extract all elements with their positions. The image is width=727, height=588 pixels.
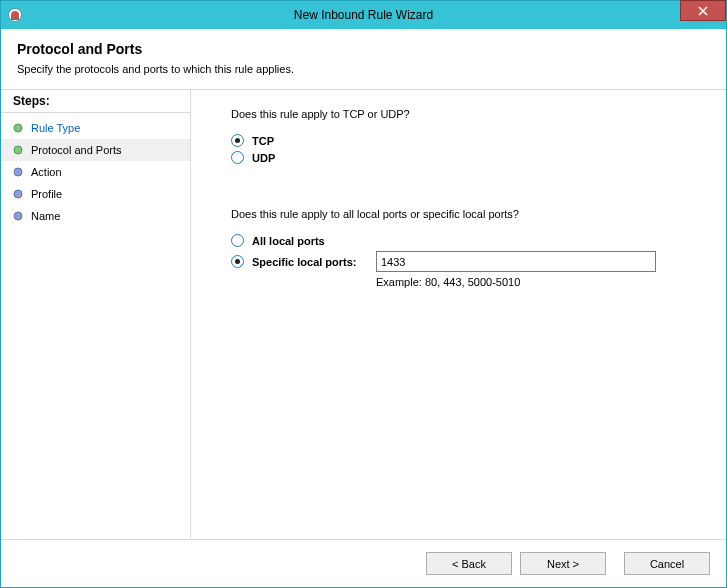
window-title: New Inbound Rule Wizard (1, 8, 726, 22)
page-heading: Protocol and Ports (17, 41, 710, 57)
step-done-icon (13, 123, 23, 133)
next-button[interactable]: Next > (520, 552, 606, 575)
svg-point-5 (14, 146, 22, 154)
wizard-content: Does this rule apply to TCP or UDP? TCP … (191, 90, 726, 539)
wizard-window: New Inbound Rule Wizard Protocol and Por… (0, 0, 727, 588)
title-bar: New Inbound Rule Wizard (1, 1, 726, 29)
step-pending-icon (13, 211, 23, 221)
firewall-icon (7, 7, 23, 23)
back-button[interactable]: < Back (426, 552, 512, 575)
steps-label: Steps: (1, 90, 190, 113)
close-button[interactable] (680, 0, 726, 21)
svg-point-7 (14, 190, 22, 198)
radio-tcp[interactable] (231, 134, 244, 147)
step-current-icon (13, 145, 23, 155)
svg-rect-1 (11, 18, 19, 20)
ports-example: Example: 80, 443, 5000-5010 (376, 276, 686, 288)
ports-question: Does this rule apply to all local ports … (231, 208, 686, 220)
step-label: Name (31, 210, 60, 222)
step-action[interactable]: Action (1, 161, 190, 183)
radio-all-ports[interactable] (231, 234, 244, 247)
wizard-body: Steps: Rule Type Protocol and Ports (1, 90, 726, 539)
wizard-footer: < Back Next > Cancel (1, 539, 726, 587)
protocol-udp-row[interactable]: UDP (231, 151, 686, 164)
step-pending-icon (13, 167, 23, 177)
step-name[interactable]: Name (1, 205, 190, 227)
cancel-button[interactable]: Cancel (624, 552, 710, 575)
ports-all-row[interactable]: All local ports (231, 234, 686, 247)
wizard-header: Protocol and Ports Specify the protocols… (1, 29, 726, 81)
step-label: Rule Type (31, 122, 80, 134)
step-pending-icon (13, 189, 23, 199)
protocol-question: Does this rule apply to TCP or UDP? (231, 108, 686, 120)
step-label: Protocol and Ports (31, 144, 122, 156)
svg-point-6 (14, 168, 22, 176)
steps-list: Rule Type Protocol and Ports Action (1, 113, 190, 231)
step-protocol-and-ports[interactable]: Protocol and Ports (1, 139, 190, 161)
radio-tcp-label: TCP (252, 135, 274, 147)
radio-specific-ports[interactable] (231, 255, 244, 268)
radio-specific-ports-label: Specific local ports: (252, 256, 376, 268)
step-rule-type[interactable]: Rule Type (1, 117, 190, 139)
radio-udp[interactable] (231, 151, 244, 164)
step-label: Profile (31, 188, 62, 200)
protocol-tcp-row[interactable]: TCP (231, 134, 686, 147)
page-subtitle: Specify the protocols and ports to which… (17, 63, 710, 75)
ports-specific-row[interactable]: Specific local ports: (231, 251, 686, 272)
radio-udp-label: UDP (252, 152, 275, 164)
step-profile[interactable]: Profile (1, 183, 190, 205)
svg-point-4 (14, 124, 22, 132)
close-icon (698, 6, 708, 16)
steps-sidebar: Steps: Rule Type Protocol and Ports (1, 90, 191, 539)
svg-point-8 (14, 212, 22, 220)
radio-all-ports-label: All local ports (252, 235, 325, 247)
specific-ports-input[interactable] (376, 251, 656, 272)
step-label: Action (31, 166, 62, 178)
